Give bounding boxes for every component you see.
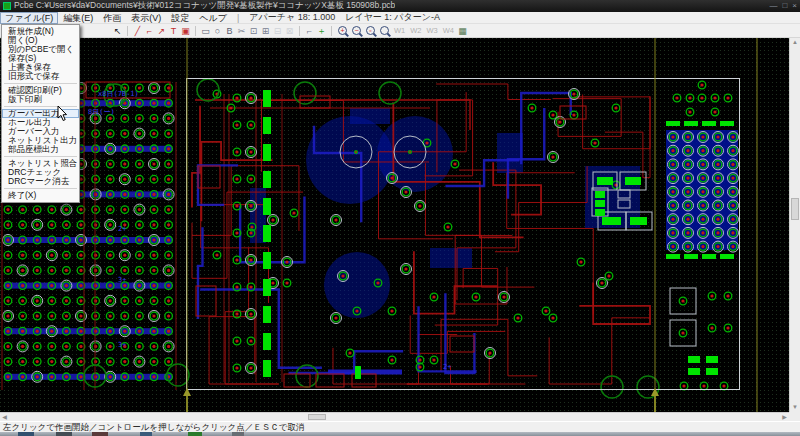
menu-settings[interactable]: 設定 [166, 12, 194, 24]
tool-zoom-area-icon[interactable]: ▫ [366, 26, 375, 35]
layer-status: レイヤー 1: パターン-A [340, 11, 445, 24]
toolbar: ↖╱⌐↗T▣▭○B✂⊡⊞⊟⊠⌐＋+−▫W1W2W3W4▦ [0, 24, 800, 38]
menu-view[interactable]: 表示(V) [126, 12, 166, 24]
svg-text:2+: 2+ [443, 363, 451, 371]
taskbar-item[interactable] [56, 432, 72, 436]
statusbar: 左クリックで作画開始／コントロールを押しながらクリック点／ＥＳＣで取消 [0, 421, 800, 432]
menu-draw[interactable]: 作画 [98, 12, 126, 24]
pcbe-window: Pcbe C:¥Users¥da¥Documents¥技術¥012ココナッツ開発… [0, 0, 800, 436]
close-button[interactable]: × [792, 0, 797, 12]
tool-polyline-icon[interactable]: ⌐ [144, 25, 155, 37]
tool-grid-icon[interactable]: ▦ [457, 25, 468, 37]
menu-edit[interactable]: 編集(E) [58, 12, 98, 24]
svg-text:2+: 2+ [118, 225, 126, 233]
pcb-canvas[interactable]: x8日(7B-1)8日(ー)2+3+3+2+ [0, 38, 789, 412]
tool-w1-button[interactable]: W1 [394, 26, 405, 35]
toolbar-separator [299, 26, 300, 36]
tool-line-icon[interactable]: ╱ [132, 25, 143, 37]
taskbar-item[interactable] [92, 432, 108, 436]
file-drc-mark-clear[interactable]: DRCマーク消去 [2, 177, 79, 186]
tool-zoom-in-icon[interactable]: + [338, 26, 347, 35]
tool-copy-icon[interactable]: ⊡ [248, 25, 259, 37]
tool-fill-icon[interactable]: B [224, 25, 235, 37]
svg-text:3+: 3+ [118, 276, 126, 284]
toolbar-separator [195, 26, 196, 36]
vertical-scroll-thumb[interactable] [791, 198, 799, 220]
svg-text:8日(ー): 8日(ー) [88, 108, 115, 116]
menubar-divider: | [232, 13, 244, 23]
tool-text-icon[interactable]: T [168, 25, 179, 37]
scroll-left-icon[interactable]: ◀ [0, 413, 9, 421]
tool-paste-icon[interactable]: ⊞ [260, 25, 271, 37]
file-save-old-format[interactable]: 旧形式で保存 [2, 72, 79, 81]
tool-circle-icon[interactable]: ○ [212, 25, 223, 37]
tool-move-cross-icon[interactable]: ＋ [316, 25, 327, 37]
tool-pad-icon[interactable]: ▣ [180, 25, 191, 37]
maximize-button[interactable]: □ [782, 0, 787, 12]
file-menu-popup: 新規作成(N)開く(O)別のPCBEで開く保存(S)上書き保存旧形式で保存確認図… [1, 24, 80, 203]
status-message: 左クリックで作画開始／コントロールを押しながらクリック点／ＥＳＣで取消 [3, 422, 304, 432]
tool-w3-button[interactable]: W3 [427, 26, 438, 35]
tool-pointer-icon[interactable]: ↖ [112, 25, 123, 37]
scroll-right-icon[interactable]: ▶ [780, 413, 789, 421]
aperture-status: アパーチャ 18: 1.000 [244, 11, 340, 24]
vertical-scrollbar[interactable]: ▲ ▼ [789, 38, 800, 412]
file-exit[interactable]: 終了(X) [2, 191, 79, 200]
tool-w2-button[interactable]: W2 [410, 26, 421, 35]
file-print-artwork[interactable]: 版下印刷 [2, 95, 79, 104]
scroll-down-icon[interactable]: ▼ [790, 403, 800, 412]
menu-separator [4, 106, 77, 107]
horizontal-scrollbar[interactable]: ◀ ▶ [0, 412, 789, 421]
toolbar-separator [127, 26, 128, 36]
menu-separator [4, 156, 77, 157]
tool-w4-button[interactable]: W4 [443, 26, 454, 35]
svg-text:3+: 3+ [118, 341, 126, 349]
tool-rect-select-icon[interactable]: ▭ [200, 25, 211, 37]
menu-separator [4, 83, 77, 84]
menu-file[interactable]: ファイル(F) [0, 12, 58, 24]
taskbar-item[interactable] [140, 432, 152, 436]
scroll-up-icon[interactable]: ▲ [790, 38, 800, 47]
menu-help[interactable]: ヘルプ [194, 12, 232, 24]
scrollbar-corner [789, 412, 800, 421]
menu-separator [4, 188, 77, 189]
windows-taskbar[interactable] [0, 432, 800, 436]
canvas-area: x8日(7B-1)8日(ー)2+3+3+2+ ▲ ▼ ◀ ▶ [0, 38, 800, 421]
minimize-button[interactable]: — [769, 0, 777, 12]
tool-bend-icon[interactable]: ⌐ [304, 25, 315, 37]
file-part-coords-output[interactable]: 部品座標出力 [2, 145, 79, 154]
taskbar-item[interactable] [232, 432, 244, 436]
tool-zoom-fit-icon[interactable] [380, 26, 389, 35]
tool-arrow-icon[interactable]: ↗ [156, 25, 167, 37]
taskbar-item[interactable] [18, 432, 34, 436]
tool-cut-icon[interactable]: ✂ [236, 25, 247, 37]
svg-text:x8日(7B-1): x8日(7B-1) [98, 90, 139, 98]
tool-zoom-out-icon[interactable]: − [352, 26, 361, 35]
tool-redo-icon[interactable]: ⊠ [284, 25, 295, 37]
app-icon [3, 2, 11, 10]
menubar: ファイル(F)編集(E)作画表示(V)設定ヘルプ|アパーチャ 18: 1.000… [0, 12, 800, 24]
horizontal-scroll-thumb[interactable] [308, 414, 326, 420]
taskbar-item[interactable] [188, 432, 202, 436]
toolbar-separator [331, 26, 332, 36]
tool-undo-icon[interactable]: ⊟ [272, 25, 283, 37]
